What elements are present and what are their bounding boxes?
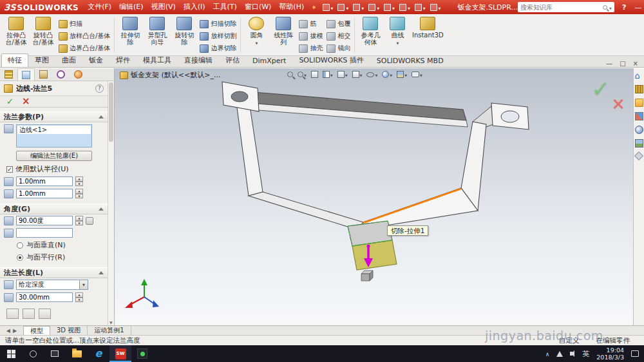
fillet-button[interactable]: 圆角	[243, 15, 270, 55]
tab-sketch[interactable]: 草图	[28, 53, 55, 67]
flange-drag-handle[interactable]	[366, 244, 370, 247]
chevron-down-icon[interactable]	[404, 70, 407, 79]
design-library-icon[interactable]	[635, 85, 643, 93]
chevron-down-icon[interactable]	[439, 3, 441, 12]
boundary-cut-button[interactable]: 边界切除	[200, 43, 236, 54]
draft-button[interactable]: 拔模	[299, 30, 323, 42]
bend-radius-input[interactable]	[16, 176, 73, 186]
boundary-boss-button[interactable]: 边界凸台/基体	[59, 43, 110, 54]
angle-header[interactable]: 角度(G)	[0, 204, 108, 214]
tab-mold-tools[interactable]: 模具工具	[137, 53, 178, 67]
edge-browser-button[interactable]: e	[88, 345, 109, 362]
lock-icon[interactable]	[86, 217, 93, 225]
tab-next-icon[interactable]: ▶	[13, 328, 17, 334]
chevron-down-icon[interactable]	[420, 70, 422, 79]
flange-length-header[interactable]: 法兰长度(L)	[0, 267, 108, 278]
cortana-search-button[interactable]	[22, 345, 44, 362]
save-button[interactable]	[353, 3, 364, 12]
menu-tools[interactable]: 工具(T)	[209, 0, 241, 14]
custom-properties-icon[interactable]	[634, 151, 643, 160]
menu-window[interactable]: 窗口(W)	[241, 0, 275, 14]
chevron-down-icon[interactable]	[423, 3, 426, 12]
chevron-down-icon[interactable]	[330, 70, 333, 79]
edge-selection-listbox[interactable]: 边线<1>	[16, 124, 92, 148]
angle-spinner[interactable]	[75, 216, 83, 225]
manipulator-cube[interactable]	[361, 271, 373, 281]
edit-appearance-button[interactable]	[382, 70, 392, 79]
start-button[interactable]	[0, 345, 22, 362]
menu-help[interactable]: 帮助(H)	[275, 0, 308, 14]
chevron-down-icon[interactable]	[361, 3, 364, 12]
end-condition-dropdown[interactable]: 给定深度	[16, 280, 88, 290]
swept-boss-button[interactable]: 扫描	[59, 18, 110, 30]
undo-button[interactable]	[384, 3, 395, 12]
flange-angle-input[interactable]	[16, 216, 73, 225]
spin-down-icon[interactable]	[75, 194, 83, 199]
chevron-down-icon[interactable]	[346, 3, 348, 12]
view-settings-button[interactable]	[412, 70, 422, 79]
selected-edge-item[interactable]: 边线<1>	[17, 126, 91, 134]
view-palette-icon[interactable]	[635, 112, 643, 120]
knowledge-search-box[interactable]	[518, 2, 614, 12]
doc-restore-button[interactable]: □	[620, 60, 625, 67]
zoom-fit-button[interactable]	[287, 71, 293, 77]
pin-menu-icon[interactable]: ✶	[311, 4, 316, 11]
bend-radius-spinner[interactable]	[75, 176, 83, 186]
utility-app-button[interactable]	[131, 345, 153, 362]
use-default-radius-row[interactable]: 使用默认半径(U)	[0, 162, 108, 175]
viewport-cancel-button[interactable]	[611, 94, 625, 113]
hole-wizard-button[interactable]: 异型孔 向导	[144, 15, 171, 55]
tangent-bend-button[interactable]	[39, 309, 51, 319]
chevron-down-icon[interactable]	[390, 70, 392, 79]
scrollbar-thumb[interactable]	[109, 82, 113, 142]
reference-geometry-button[interactable]: 参考几 何体	[357, 15, 384, 55]
previous-view-button[interactable]	[311, 71, 318, 78]
revolve-boss-button[interactable]: 旋转凸 台/基体	[30, 15, 57, 55]
gauge-input[interactable]	[16, 189, 73, 198]
spin-down-icon[interactable]	[75, 221, 83, 226]
tab-sheet-metal[interactable]: 钣金	[82, 53, 109, 67]
input-language-indicator[interactable]: 英	[582, 349, 589, 359]
collapse-chevron-icon[interactable]	[99, 271, 104, 274]
propertymanager-tab[interactable]	[17, 68, 35, 81]
document-tab[interactable]: 钣金支架 (默认<<默认>_...	[120, 70, 220, 80]
cancel-button[interactable]	[22, 97, 30, 106]
chevron-down-icon[interactable]	[392, 3, 395, 12]
displaymanager-tab[interactable]	[70, 68, 87, 81]
lofted-cut-button[interactable]: 放样切割	[200, 30, 236, 42]
spin-up-icon[interactable]	[75, 189, 83, 194]
collapse-chevron-icon[interactable]	[99, 115, 104, 119]
tab-sw-mbd[interactable]: SOLIDWORKS MBD	[370, 55, 450, 67]
configurationmanager-tab[interactable]	[35, 68, 52, 81]
chevron-down-icon[interactable]	[408, 3, 410, 12]
action-center-icon[interactable]	[631, 350, 639, 357]
parallel-to-face-option[interactable]: 与面平行(R)	[0, 251, 108, 263]
search-icon[interactable]	[603, 5, 607, 10]
model-tab[interactable]: 模型	[23, 326, 50, 335]
edit-flange-profile-button[interactable]: 编辑法兰轮廓(E)	[16, 151, 92, 161]
menu-file[interactable]: 文件(F)	[84, 0, 115, 14]
section-view-button[interactable]	[323, 70, 333, 79]
chevron-down-icon[interactable]	[331, 3, 334, 12]
help-button[interactable]: ?	[622, 3, 626, 12]
help-icon[interactable]: ?	[95, 84, 104, 93]
chevron-down-icon[interactable]	[377, 3, 379, 12]
rib-button[interactable]: 筋	[299, 18, 323, 30]
inner-virtual-sharp-button[interactable]	[23, 309, 35, 319]
file-explorer-icon[interactable]	[635, 99, 643, 107]
doc-close-button[interactable]: ×	[633, 60, 638, 67]
collapse-chevron-icon[interactable]	[99, 207, 104, 211]
rebuild-button[interactable]	[415, 3, 426, 12]
radio-selected-icon[interactable]	[17, 254, 23, 261]
home-icon[interactable]	[635, 71, 643, 80]
dimxpertmanager-tab[interactable]	[52, 68, 70, 81]
right-mount-hole[interactable]	[501, 111, 519, 122]
clock[interactable]: 19:04 2018/3/3	[596, 347, 624, 361]
chevron-down-icon[interactable]	[255, 39, 258, 47]
boss-extrude-button[interactable]: 拉伸凸 台/基体	[3, 15, 30, 55]
outer-virtual-sharp-button[interactable]	[6, 309, 19, 319]
length-spinner[interactable]	[75, 292, 83, 302]
instant3d-button[interactable]: Instant3D	[411, 15, 444, 55]
curves-button[interactable]: 曲线	[384, 15, 411, 55]
spin-down-icon[interactable]	[75, 298, 83, 303]
